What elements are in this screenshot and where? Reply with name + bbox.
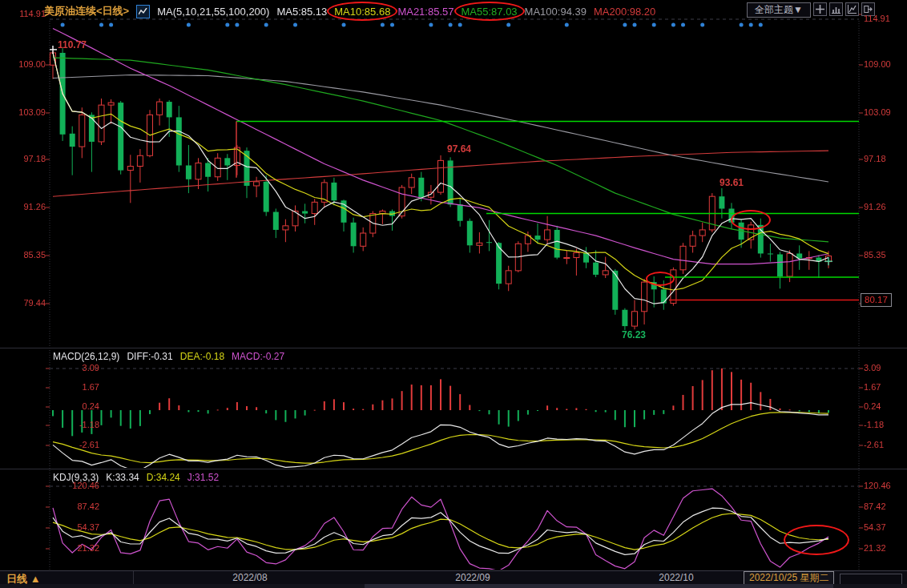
price-level-label-80.17: 80.17 (861, 293, 892, 307)
theme-dropdown-button[interactable]: 全部主题▼ (747, 2, 811, 18)
kdj-k-value: K:33.34 (106, 472, 139, 483)
main-axis-left-tick: 97.18 (2, 154, 46, 163)
ma55-value: MA55:87.03 (462, 6, 518, 18)
main-axis-left-tick: 85.35 (2, 250, 46, 260)
main-axis-right-tick: 114.91 (864, 14, 907, 23)
kdj-j-value: J:31.52 (187, 472, 219, 483)
main-axis-left-tick: 79.44 (2, 298, 46, 308)
macd-axis-left-tick: 1.67 (56, 382, 99, 392)
x-axis-month-label: 2022/09 (445, 572, 501, 583)
price-label-low: 76.23 (622, 329, 646, 340)
main-axis-left-tick: 109.00 (2, 59, 46, 69)
chart-header: 美原油连续<日线> MA(5,10,21,55,100,200) MA5:85.… (44, 4, 655, 18)
macd-axis-left-tick: -1.18 (56, 420, 99, 429)
macd-diff-value: DIFF:-0.31 (127, 351, 172, 362)
period-tag: <日线> (96, 5, 129, 17)
crosshair-move-icon[interactable] (813, 2, 827, 16)
main-axis-right-tick: 85.35 (864, 250, 907, 260)
ma10-value: MA10:85.68 (334, 6, 390, 18)
ma5-value: MA5:85.13 (276, 6, 327, 18)
macd-header: MACD(26,12,9) DIFF:-0.31 DEA:-0.18 MACD:… (53, 351, 284, 362)
kdj-axis-left-tick: 21.32 (56, 543, 99, 553)
horizontal-scrollbar-thumb[interactable] (365, 584, 833, 588)
macd-axis-left-tick: -2.61 (56, 440, 99, 449)
main-axis-right-tick: 97.18 (864, 154, 907, 163)
macd-axis-right-tick: -1.18 (864, 420, 907, 429)
kdj-axis-right-tick: 87.42 (864, 501, 907, 511)
bar-chart-icon[interactable] (829, 2, 843, 16)
kdj-d-value: D:34.24 (147, 472, 180, 483)
symbol-title: 美原油连续<日线> (44, 4, 129, 18)
chart-type-icon[interactable] (136, 5, 150, 18)
current-date-box[interactable]: 2022/10/25 星期二 (744, 571, 834, 585)
price-label-high: 110.77 (58, 39, 87, 50)
trading-app-window: 美原油连续<日线> MA(5,10,21,55,100,200) MA5:85.… (0, 0, 907, 588)
macd-axis-right-tick: 0.24 (864, 401, 907, 411)
macd-axis-left-tick: 3.09 (56, 363, 99, 373)
macd-axis-right-tick: 1.67 (864, 382, 907, 392)
kdj-axis-left-tick: 87.42 (56, 501, 99, 511)
macd-title: MACD(26,12,9) (53, 351, 119, 362)
ma21-value: MA21:85.57 (397, 6, 454, 18)
kdj-axis-right-tick: 120.46 (864, 481, 907, 490)
period-label: 日线 (6, 573, 27, 585)
price-label-swing-high: 97.64 (447, 143, 471, 155)
main-axis-right-tick: 91.26 (864, 202, 907, 211)
macd-macd-value: MACD:-0.27 (232, 351, 284, 362)
ma200-value: MA200:98.20 (594, 6, 655, 18)
x-axis-month-label: 2022/10 (648, 572, 704, 583)
bottom-bar-divider (133, 571, 134, 584)
kdj-axis-left-tick: 54.37 (56, 522, 99, 532)
main-axis-left-tick: 114.91 (2, 9, 46, 18)
ma100-value: MA100:94.39 (525, 6, 587, 18)
kdj-axis-left-tick: 120.46 (56, 481, 99, 490)
symbol-name: 美原油连续 (44, 5, 96, 17)
price-label-oct-high: 93.61 (720, 177, 744, 188)
trend-line-icon[interactable] (845, 2, 859, 16)
main-axis-right-tick: 103.09 (864, 107, 907, 117)
macd-dea-value: DEA:-0.18 (180, 351, 224, 362)
main-axis-left-tick: 91.26 (2, 202, 46, 211)
macd-axis-right-tick: -2.61 (864, 440, 907, 449)
chart-canvas[interactable] (0, 0, 907, 588)
kdj-axis-right-tick: 54.37 (864, 522, 907, 532)
main-axis-right-tick: 109.00 (864, 59, 907, 69)
macd-axis-left-tick: 0.24 (56, 401, 99, 411)
macd-axis-right-tick: 3.09 (864, 363, 907, 373)
ma-settings-label: MA(5,10,21,55,100,200) (157, 6, 269, 18)
bottom-right-box[interactable] (840, 574, 902, 585)
main-axis-left-tick: 103.09 (2, 107, 46, 117)
period-up-arrow-icon: ▲ (30, 573, 41, 585)
x-axis-month-label: 2022/08 (222, 572, 278, 583)
kdj-axis-right-tick: 21.32 (864, 543, 907, 553)
